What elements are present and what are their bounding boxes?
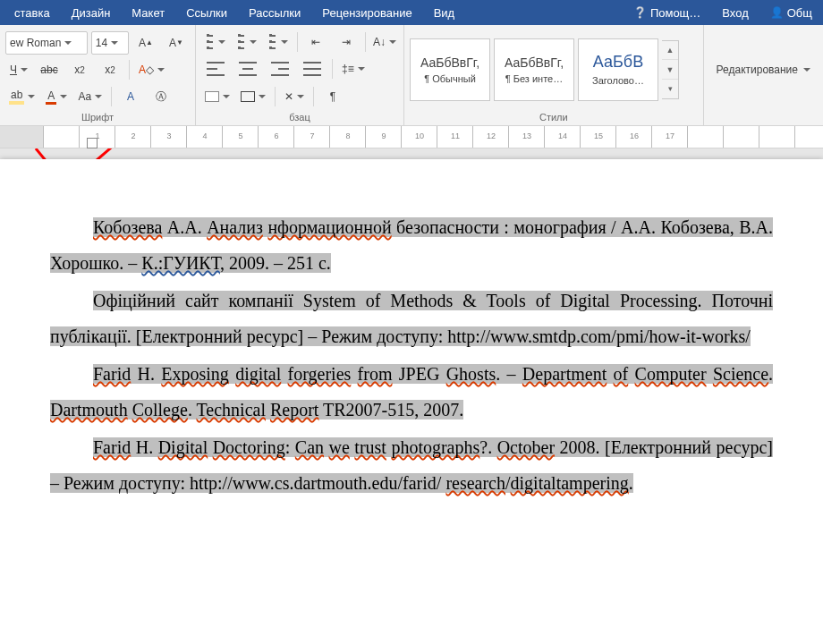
tab-share[interactable]: Общ bbox=[759, 0, 823, 25]
document-canvas: Кобозева А.А. Анализ нформационной безоп… bbox=[0, 148, 823, 644]
clear-format-button[interactable]: A◇ bbox=[135, 59, 168, 80]
enclose-chars-button[interactable]: Ⓐ bbox=[148, 86, 174, 107]
sort-button[interactable]: A↓ bbox=[371, 31, 398, 53]
char-shading-button[interactable]: A bbox=[117, 86, 144, 107]
bibliography-item-3[interactable]: Farid H. Exposing digital forgeries from… bbox=[50, 356, 773, 428]
superscript-button[interactable]: x2 bbox=[97, 59, 123, 80]
style-no-spacing[interactable]: АаБбВвГг, ¶ Без инте… bbox=[494, 38, 574, 101]
ruler-numbers: 1234567891011121314151617 bbox=[44, 131, 688, 140]
style-normal[interactable]: АаБбВвГг, ¶ Обычный bbox=[410, 38, 490, 101]
editing-dropdown[interactable]: Редактирование bbox=[709, 29, 818, 110]
shading-button[interactable] bbox=[201, 86, 233, 107]
tab-view[interactable]: Вид bbox=[423, 0, 466, 25]
shrink-font-button[interactable]: A▼ bbox=[163, 32, 190, 54]
group-paragraph: ⇤ ⇥ A↓ ‡≡ ✕ ¶ бзац bbox=[196, 25, 404, 125]
text-highlight-button[interactable]: ab bbox=[5, 86, 38, 107]
align-justify-button[interactable] bbox=[298, 58, 327, 80]
multilevel-list-button[interactable] bbox=[264, 31, 292, 53]
font-color-button[interactable]: A bbox=[42, 86, 71, 107]
tab-insert[interactable]: ставка bbox=[4, 0, 61, 25]
group-editing: Редактирование bbox=[704, 25, 823, 125]
grow-font-button[interactable]: A▲ bbox=[132, 32, 159, 54]
ribbon: ew Roman 14 A▲ A▼ Ч abc x2 x2 A◇ ab A Aa… bbox=[0, 25, 823, 126]
bullets-button[interactable] bbox=[201, 31, 229, 53]
tab-layout[interactable]: Макет bbox=[121, 0, 175, 25]
ribbon-tabs: ставка Дизайн Макет Ссылки Рассылки Реце… bbox=[0, 0, 823, 25]
align-left-button[interactable] bbox=[201, 58, 230, 80]
borders-button[interactable] bbox=[237, 86, 269, 107]
increase-indent-button[interactable]: ⇥ bbox=[333, 31, 360, 53]
group-font-label: Шрифт bbox=[5, 110, 190, 125]
font-name-combo[interactable]: ew Roman bbox=[5, 31, 88, 55]
group-styles-label: Стили bbox=[410, 110, 698, 125]
strike-button[interactable]: abc bbox=[36, 59, 63, 80]
document-body[interactable]: Кобозева А.А. Анализ нформационной безоп… bbox=[50, 209, 773, 501]
align-right-button[interactable] bbox=[266, 58, 294, 80]
tab-help[interactable]: Помощ… bbox=[623, 0, 711, 25]
style-heading1[interactable]: АаБбВ Заголово… bbox=[578, 38, 658, 101]
subscript-button[interactable]: x2 bbox=[66, 59, 93, 80]
bibliography-item-4[interactable]: Farid H. Digital Doctoring: Can we trust… bbox=[50, 429, 773, 501]
change-case-button[interactable]: Aa bbox=[74, 86, 106, 107]
asian-layout-button[interactable]: ✕ bbox=[281, 86, 308, 107]
ruler[interactable]: 1234567891011121314151617 bbox=[0, 126, 823, 148]
page[interactable]: Кобозева А.А. Анализ нформационной безоп… bbox=[0, 159, 823, 644]
tab-mailings[interactable]: Рассылки bbox=[238, 0, 311, 25]
align-center-button[interactable] bbox=[233, 58, 262, 80]
bibliography-item-2[interactable]: Офіційний сайт компанії System of Method… bbox=[50, 283, 773, 354]
tab-references[interactable]: Ссылки bbox=[175, 0, 238, 25]
underline-button[interactable]: Ч bbox=[5, 59, 32, 80]
styles-gallery-more[interactable]: ▲▼▾ bbox=[662, 40, 679, 99]
font-size-combo[interactable]: 14 bbox=[91, 31, 129, 55]
tab-design[interactable]: Дизайн bbox=[61, 0, 122, 25]
group-paragraph-label: бзац bbox=[201, 110, 398, 125]
group-font: ew Roman 14 A▲ A▼ Ч abc x2 x2 A◇ ab A Aa… bbox=[0, 25, 196, 125]
show-marks-button[interactable]: ¶ bbox=[319, 86, 346, 107]
numbering-button[interactable] bbox=[233, 31, 260, 53]
bibliography-item-1[interactable]: Кобозева А.А. Анализ нформационной безоп… bbox=[50, 209, 773, 281]
tab-signin[interactable]: Вход bbox=[711, 0, 759, 25]
line-spacing-button[interactable]: ‡≡ bbox=[338, 58, 369, 80]
tab-review[interactable]: Рецензирование bbox=[311, 0, 422, 25]
decrease-indent-button[interactable]: ⇤ bbox=[302, 31, 329, 53]
group-styles: АаБбВвГг, ¶ Обычный АаБбВвГг, ¶ Без инте… bbox=[404, 25, 704, 125]
first-line-indent-marker[interactable] bbox=[87, 138, 98, 148]
